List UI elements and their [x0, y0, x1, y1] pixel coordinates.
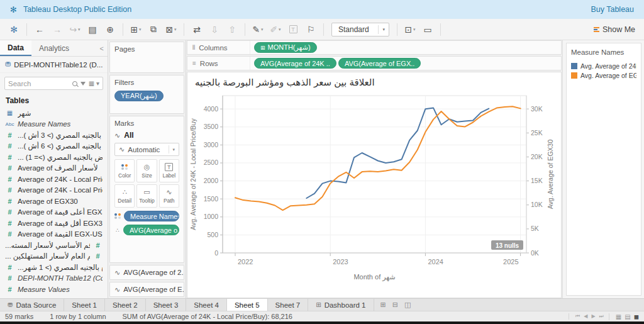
buy-tableau-link[interactable]: Buy Tableau: [591, 5, 634, 14]
filters-shelf[interactable]: Filters YEAR(شهر): [109, 75, 184, 114]
sort-descending-icon[interactable]: ⇧: [225, 22, 239, 37]
previous-sheet-icon[interactable]: ◀: [584, 313, 587, 320]
tooltip-button[interactable]: ▭Tooltip: [136, 184, 157, 208]
marks-pill[interactable]: Measure Names: [124, 211, 179, 221]
fit-selector[interactable]: Standard ▾: [331, 23, 389, 36]
show-sheet-sorter-icon[interactable]: ◼: [634, 313, 639, 320]
text-label-icon[interactable]: T: [286, 22, 300, 37]
left-tick-label: 1500: [204, 195, 219, 203]
color-button[interactable]: Color: [114, 159, 135, 182]
pages-shelf[interactable]: Pages: [109, 42, 184, 73]
plus-grid-icon: ⊞: [260, 45, 265, 51]
sheet-tab-sheet-2[interactable]: Sheet 2: [105, 299, 146, 311]
dashboard-icon: ⊞: [316, 301, 321, 308]
marks-layer-all[interactable]: ∿ All: [114, 131, 179, 140]
show-me-button[interactable]: Show Me: [594, 25, 639, 34]
mark-type-dropdown[interactable]: ∿ Automatic ▾: [114, 143, 179, 156]
field-item[interactable]: #DEPI-MONTH Table12 (Cou...: [0, 273, 108, 284]
legend-item[interactable]: Avg. Average of 24K - ..: [571, 61, 636, 70]
field-item[interactable]: ▦شهر: [0, 108, 108, 119]
field-item[interactable]: #...ودائع بالجنيه المصري (> 1 شهر: [0, 262, 108, 273]
first-sheet-icon[interactable]: ⏮: [575, 313, 580, 320]
columns-shelf[interactable]: ⫴ Columns ⊞MONTH(شهر): [187, 40, 562, 55]
back-button[interactable]: ←: [33, 22, 47, 37]
tab-analytics[interactable]: Analytics: [31, 40, 77, 56]
presentation-mode-icon[interactable]: ▭: [421, 22, 435, 37]
clear-sheet-icon[interactable]: ⊠▾: [164, 22, 178, 37]
year-label: 2024: [428, 258, 443, 265]
legend-item[interactable]: Avg. Average of EGX30: [571, 70, 636, 80]
detail-button[interactable]: ∴Detail: [114, 184, 135, 208]
field-item[interactable]: #Measure Values: [0, 284, 108, 295]
sheet-tab-sheet-7[interactable]: Sheet 7: [268, 299, 309, 311]
rows-pill[interactable]: AVG(Average of 24K ..: [254, 58, 336, 69]
label-button[interactable]: TLabel: [159, 159, 179, 182]
fix-axes-icon[interactable]: ⚐: [304, 22, 318, 37]
marks-pill[interactable]: AVG(Average o..: [123, 225, 179, 235]
search-input[interactable]: Search ▦ ▾: [4, 77, 103, 90]
sheet-tab-dashboard-1[interactable]: ⊞Dashboard 1: [308, 299, 374, 311]
sheet-tab-sheet-4[interactable]: Sheet 4: [186, 299, 227, 311]
new-worksheet-icon[interactable]: ⊞▾: [129, 22, 143, 37]
field-item[interactable]: #Average of 24K - Local Pric...: [0, 174, 108, 185]
show-filmstrip-icon[interactable]: ▤: [625, 313, 630, 320]
show-tabs-icon[interactable]: ▦: [616, 313, 621, 320]
datasource-item[interactable]: ⛃ DEPI-MONTH!Table12 (D...: [0, 57, 108, 73]
next-sheet-icon[interactable]: ▶: [591, 313, 595, 320]
field-item[interactable]: #... قروض بالجنيه المصري (>= 1): [0, 152, 108, 163]
new-story-icon[interactable]: ◫: [404, 301, 411, 309]
show-mark-labels-icon[interactable]: ⊡▾: [403, 22, 417, 37]
swap-rows-columns-icon[interactable]: ⇄: [190, 22, 204, 37]
sheet-tab-sheet-5[interactable]: Sheet 5: [227, 299, 268, 311]
highlight-icon[interactable]: ✎▾: [251, 22, 265, 37]
field-item[interactable]: #Average of أعلى قيمة EGX30: [0, 207, 108, 218]
field-item[interactable]: #Average of القيمة EGX-USD: [0, 229, 108, 240]
view-options-icon[interactable]: ▦ ▾: [89, 80, 99, 87]
left-tick-label: 500: [207, 231, 218, 238]
sheet-tabs-bar: ⛃Data SourceSheet 1Sheet 2Sheet 3Sheet 4…: [0, 298, 644, 311]
rows-pill[interactable]: AVG(Average of EGX..: [338, 58, 421, 69]
filter-pill[interactable]: YEAR(شهر): [114, 91, 164, 101]
tab-data[interactable]: Data: [0, 40, 31, 56]
sheet-tab-data-source[interactable]: ⛃Data Source: [0, 299, 64, 311]
collapse-pane-icon[interactable]: <: [96, 45, 108, 52]
color-dots-icon: [114, 213, 121, 219]
field-item[interactable]: #...ودائع بالجنيه المصري (> 3 أش ): [0, 130, 108, 141]
measure-icon: #: [5, 208, 14, 216]
sheet-tab-sheet-1[interactable]: Sheet 1: [64, 299, 105, 311]
marks-pills: Measure Names∴AVG(Average o..: [114, 211, 179, 235]
dual-axis-line-chart[interactable]: 2022202320242025050010001500200025003000…: [187, 92, 562, 294]
rows-shelf-label: ≡ Rows: [187, 57, 250, 70]
columns-shelf-label: ⫴ Columns: [187, 41, 250, 54]
table-icon: ▦: [5, 109, 14, 116]
forward-button[interactable]: →: [50, 22, 64, 37]
group-members-icon[interactable]: ✐▾: [269, 22, 282, 37]
redo-button[interactable]: ↪▾: [68, 22, 82, 37]
field-item[interactable]: #...ودائع بالجنيه المصري (> 6 أش ): [0, 141, 108, 152]
duplicate-sheet-icon[interactable]: ⧉: [147, 22, 160, 37]
measure-card-collapsed-2[interactable]: ∿ AVG(Average of E...: [109, 282, 184, 297]
save-icon[interactable]: ▤: [86, 22, 99, 37]
left-tick-label: 4000: [204, 105, 219, 113]
size-button[interactable]: ◎Size: [136, 159, 157, 182]
last-sheet-icon[interactable]: ⏭: [599, 313, 604, 320]
field-item[interactable]: #Average of لأسعار الصرف: [0, 163, 108, 174]
field-item[interactable]: #Average of 24K - Local Pric...: [0, 185, 108, 196]
field-item[interactable]: AbcMeasure Names: [0, 119, 108, 130]
field-item[interactable]: ...الرقم الأساسي لأسعار المسته#: [0, 240, 108, 251]
tableau-home-icon[interactable]: ✻: [7, 22, 21, 37]
columns-pill[interactable]: ⊞MONTH(شهر): [254, 42, 317, 53]
new-worksheet-icon[interactable]: ⊞: [380, 301, 386, 309]
search-placeholder: Search: [8, 80, 69, 87]
new-dashboard-icon[interactable]: ⊟: [392, 301, 398, 309]
sheet-tab-sheet-3[interactable]: Sheet 3: [146, 299, 187, 311]
field-item[interactable]: #Average of EGX30: [0, 196, 108, 207]
sort-ascending-icon[interactable]: ⇩: [208, 22, 221, 37]
field-item[interactable]: ... الرقم العام لأسعار المستهلكين#: [0, 251, 108, 262]
new-datasource-icon[interactable]: ⊕: [103, 22, 117, 37]
path-button[interactable]: ∿Path: [159, 184, 179, 208]
filter-fields-icon[interactable]: [80, 82, 86, 86]
field-item[interactable]: #Average of أقل قيمة EGX30: [0, 218, 108, 229]
rows-shelf[interactable]: ≡ Rows AVG(Average of 24K ..AVG(Average …: [187, 56, 562, 70]
measure-card-collapsed-1[interactable]: ∿ AVG(Average of 2...: [109, 265, 184, 280]
